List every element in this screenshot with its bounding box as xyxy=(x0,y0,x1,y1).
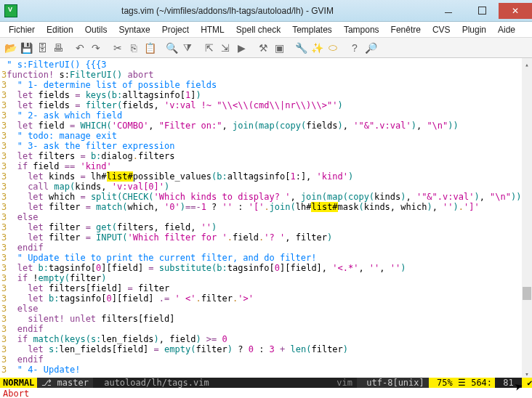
close-button[interactable] xyxy=(499,3,532,19)
code-line[interactable]: 3 let b:tagsinfo[0][field] .= ' <'.filte… xyxy=(1,293,532,304)
findnext-icon[interactable]: ⧩ xyxy=(180,41,195,55)
code-line[interactable]: 3 " Update tile to print the current fil… xyxy=(1,253,532,263)
status-filetype: vim xyxy=(332,378,357,388)
save-icon[interactable]: 💾 xyxy=(19,41,33,55)
statusline: NORMAL ⎇ master autoload/lh/tags.vim vim… xyxy=(0,378,532,388)
cut-icon[interactable]: ✂ xyxy=(110,41,125,55)
code-line[interactable]: 3 let kinds = lh#list#possible_values(b:… xyxy=(1,171,532,182)
code-line[interactable]: 3 let fields = filter(fields, 'v:val !~ … xyxy=(1,100,532,110)
saveall-icon[interactable]: 🗄 xyxy=(35,41,49,55)
branch-icon: ⎇ xyxy=(41,378,52,388)
paste-icon[interactable]: 📋 xyxy=(142,41,157,55)
findrepl-icon[interactable]: 🔍 xyxy=(164,41,179,55)
undo-icon[interactable]: ↶ xyxy=(73,41,87,55)
code-line[interactable]: 3 let fields = keys(b:alltagsinfo[1]) xyxy=(1,90,532,100)
window-buttons xyxy=(432,3,532,19)
menu-fichier[interactable]: Fichier xyxy=(4,23,39,36)
redo-icon[interactable]: ↷ xyxy=(89,41,103,55)
command-area[interactable]: Abort xyxy=(0,388,532,398)
help-icon[interactable]: ? xyxy=(347,41,362,55)
vertical-scrollbar[interactable]: ▴ ▾ xyxy=(522,58,532,378)
menu-spell check[interactable]: Spell check xyxy=(232,23,285,36)
code-line[interactable]: " s:FilterUI() {{{3 xyxy=(1,60,532,70)
code-line[interactable]: 3function! s:FilterUI() abort xyxy=(1,70,532,80)
code-line[interactable]: 3 let which = split(CHECK('Which kinds t… xyxy=(1,192,532,202)
code-line[interactable]: 3 let filter = match(which, '0')==-1 ? '… xyxy=(1,202,532,212)
print-icon[interactable]: 🖶 xyxy=(51,41,65,55)
minimize-button[interactable] xyxy=(432,3,465,19)
status-branch: ⎇ master xyxy=(37,378,93,388)
menu-outils[interactable]: Outils xyxy=(81,23,112,36)
code-line[interactable]: 3 " todo: manage exit xyxy=(1,131,532,141)
code-line[interactable]: 3 let s:len_fields[field] = empty(filter… xyxy=(1,344,532,354)
session-load-icon[interactable]: ⇱ xyxy=(202,41,217,55)
titlebar: tags.vim (~/vimfiles/addons/lh-tags/auto… xyxy=(0,0,532,22)
window-title: tags.vim (~/vimfiles/addons/lh-tags/auto… xyxy=(23,6,432,16)
status-position: 75% ☰ 564: xyxy=(429,378,495,388)
code-line[interactable]: 3 " 2- ask which field xyxy=(1,110,532,121)
code-line[interactable]: 3 " 1- determine list of possible fields xyxy=(1,80,532,90)
scroll-down-icon[interactable]: ▾ xyxy=(523,369,531,376)
status-encoding: utf-8[unix] xyxy=(357,378,429,388)
code-line[interactable]: 3 if !empty(filter) xyxy=(1,273,532,283)
editor-area[interactable]: " s:FilterUI() {{{33function! s:FilterUI… xyxy=(0,58,532,378)
scroll-up-icon[interactable]: ▴ xyxy=(523,60,531,67)
abort-message: Abort xyxy=(3,389,29,398)
code-line[interactable]: 3 let filter = INPUT('Which filter for '… xyxy=(1,232,532,243)
menu-templates[interactable]: Templates xyxy=(288,23,336,36)
menu-syntaxe[interactable]: Syntaxe xyxy=(114,23,154,36)
code-line[interactable]: 3 let filters[field] = filter xyxy=(1,283,532,293)
code-line[interactable]: 3 endif xyxy=(1,324,532,334)
ctags-icon[interactable]: 🔧 xyxy=(294,41,308,55)
menu-aide[interactable]: Aide xyxy=(493,23,520,36)
code-line[interactable]: 3 endif xyxy=(1,354,532,365)
toolbar: 📂 💾 🗄 🖶 ↶ ↷ ✂ ⎘ 📋 🔍 ⧩ ⇱ ⇲ ▶ ⚒ ▣ 🔧 ✨ ⬭ ? … xyxy=(0,38,532,58)
menu-tampons[interactable]: Tampons xyxy=(339,23,384,36)
tagjump-icon[interactable]: ⬭ xyxy=(326,41,340,55)
code-line[interactable]: 3 else xyxy=(1,212,532,222)
session-save-icon[interactable]: ⇲ xyxy=(218,41,233,55)
code-line[interactable]: 3 if match(keys(s:len_fields), field) >=… xyxy=(1,334,532,344)
menu-fenêtre[interactable]: Fenêtre xyxy=(387,23,425,36)
status-mode: NORMAL xyxy=(0,378,37,388)
code-line[interactable]: 3 " 4- Update! xyxy=(1,365,532,375)
code-line[interactable]: 3 let field = WHICH('COMBO', "Filter on:… xyxy=(1,121,532,131)
line-icon: ☰ xyxy=(458,378,466,388)
code-line[interactable]: 3 let filter = get(filters, field, '') xyxy=(1,222,532,232)
status-filepath: autoload/lh/tags.vim xyxy=(93,378,332,388)
run-script-icon[interactable]: ▶ xyxy=(234,41,249,55)
code-line[interactable]: 3 call map(kinds, 'v:val[0]') xyxy=(1,182,532,192)
menu-html[interactable]: HTML xyxy=(196,23,229,36)
code-line[interactable]: 3 else xyxy=(1,304,532,314)
code-line[interactable]: 3 " 3- ask the filter expression xyxy=(1,141,532,151)
gvim-icon xyxy=(4,4,17,17)
code-line[interactable]: 3 let b:tagsinfo[0][field] = substitute(… xyxy=(1,263,532,273)
menu-project[interactable]: Project xyxy=(158,23,193,36)
maximize-button[interactable] xyxy=(465,3,499,19)
make-icon[interactable]: ⚒ xyxy=(256,41,270,55)
code-line[interactable]: 3 silent! unlet filters[field] xyxy=(1,314,532,324)
menu-plugin[interactable]: Plugin xyxy=(458,23,491,36)
code-line[interactable]: 3 let filters = b:dialog.filters xyxy=(1,151,532,161)
menu-cvs[interactable]: CVS xyxy=(428,23,455,36)
code-line[interactable]: 3 if field == 'kind' xyxy=(1,161,532,171)
open-icon[interactable]: 📂 xyxy=(3,41,17,55)
findhelp-icon[interactable]: 🔎 xyxy=(363,41,378,55)
shell-icon[interactable]: ▣ xyxy=(272,41,286,55)
copy-icon[interactable]: ⎘ xyxy=(126,41,141,55)
scroll-thumb[interactable] xyxy=(523,287,531,300)
menu-edition[interactable]: Edition xyxy=(42,23,78,36)
taglist-icon[interactable]: ✨ xyxy=(310,41,324,55)
code-line[interactable]: 3 endif xyxy=(1,243,532,253)
menubar: FichierEditionOutilsSyntaxeProjectHTMLSp… xyxy=(0,22,532,38)
